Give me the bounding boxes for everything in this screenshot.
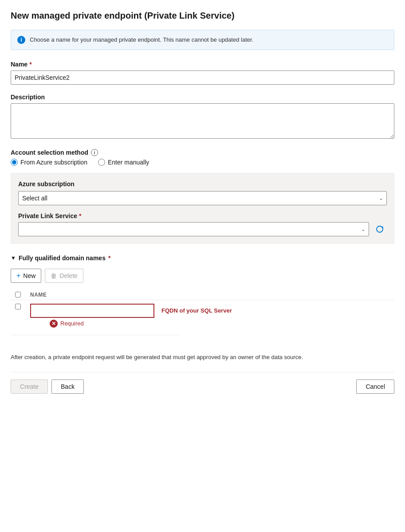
table-header-checkbox-col [11,292,25,297]
trash-icon: 🗑 [51,272,57,279]
fqdn-section-label: Fully qualified domain names [19,254,106,262]
info-banner: i Choose a name for your managed private… [11,30,394,50]
radio-azure-subscription[interactable]: From Azure subscription [11,159,87,166]
account-selection-label: Account selection method i [11,149,394,156]
radio-azure-input[interactable] [11,159,18,166]
required-error-text: Required [60,320,84,327]
required-error-icon: ✕ [50,320,58,328]
info-icon: i [17,36,25,44]
private-link-group: Private Link Service * ⌄ [18,212,387,236]
radio-manual-label: Enter manually [108,159,149,166]
name-label: Name * [11,61,394,68]
private-link-select[interactable] [18,222,369,236]
private-link-row: ⌄ [18,222,387,236]
fqdn-section-header: ▼ Fully qualified domain names * [11,254,394,262]
private-link-select-wrap: ⌄ [18,222,369,236]
name-input[interactable] [11,70,394,85]
radio-enter-manually[interactable]: Enter manually [98,159,149,166]
fqdn-table: NAME FQDN of your SQL Server ✕ Requir [11,290,394,335]
create-button: Create [11,379,48,394]
private-link-required-star: * [79,212,81,219]
fqdn-input[interactable] [30,304,154,318]
fqdn-collapse-icon[interactable]: ▼ [11,255,16,261]
account-selection-group: Account selection method i From Azure su… [11,149,394,244]
table-header-row: NAME [11,290,394,300]
info-text: Choose a name for your managed private e… [30,35,253,44]
table-divider [11,335,179,335]
error-row: ✕ Required [50,320,232,328]
azure-subscription-select[interactable]: Select all [18,191,387,205]
account-selection-info-icon[interactable]: i [91,149,98,156]
name-required-star: * [29,61,31,68]
radio-manual-input[interactable] [98,159,105,166]
radio-group: From Azure subscription Enter manually [11,159,394,166]
fqdn-required-star: * [108,254,110,262]
delete-button-label: Delete [59,272,77,279]
table-row: FQDN of your SQL Server ✕ Required [11,300,394,331]
azure-subscription-label: Azure subscription [18,180,387,188]
new-button-label: New [23,272,35,279]
subscription-section: Azure subscription Select all ⌄ Private … [11,173,394,244]
table-row-checkbox[interactable] [15,304,21,309]
footer-buttons: Create Back Cancel [11,372,394,394]
fqdn-toolbar: + New 🗑 Delete [11,269,394,283]
cancel-button[interactable]: Cancel [356,379,394,394]
radio-azure-label: From Azure subscription [20,159,87,166]
fqdn-input-wrap [30,304,154,318]
description-input[interactable] [11,103,394,139]
plus-icon: + [16,272,20,280]
fqdn-hint: FQDN of your SQL Server [161,307,232,314]
footer-note: After creation, a private endpoint reque… [11,353,394,362]
name-group: Name * [11,61,394,85]
description-group: Description [11,94,394,140]
footer-left-buttons: Create Back [11,379,84,394]
table-row-checkbox-col [11,304,25,309]
fqdn-section: ▼ Fully qualified domain names * + New 🗑… [11,254,394,335]
page-title: New managed private endpoint (Private Li… [11,11,394,21]
azure-subscription-select-wrap: Select all ⌄ [18,191,387,205]
refresh-button[interactable] [373,222,387,236]
new-button[interactable]: + New [11,269,41,283]
description-label: Description [11,94,394,101]
table-select-all-checkbox[interactable] [15,292,21,297]
private-link-label: Private Link Service * [18,212,387,219]
table-col-name: NAME [30,292,47,298]
delete-button: 🗑 Delete [45,269,83,283]
back-button[interactable]: Back [51,379,84,394]
